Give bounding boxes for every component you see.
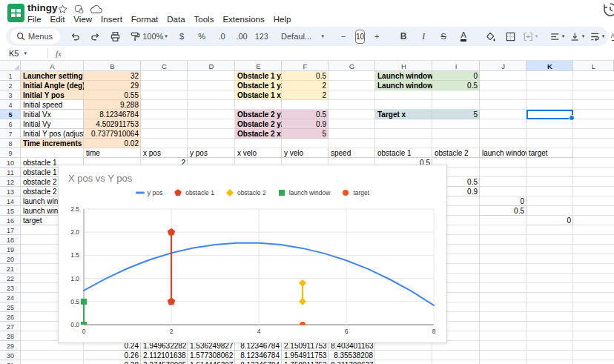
column-header-A[interactable]: A	[21, 61, 84, 71]
row-header-17[interactable]: 17	[0, 225, 21, 235]
cell-B6[interactable]: 4.502911753	[84, 119, 141, 129]
cell-A1[interactable]: Launcher setting	[21, 71, 84, 81]
zoom-control[interactable]: 100%▾	[145, 28, 165, 44]
cell-F3[interactable]: 2	[282, 90, 329, 100]
fill-handle[interactable]	[569, 115, 575, 121]
cell-G31[interactable]: 8.311708627	[329, 360, 375, 364]
cell-B4[interactable]: 9.288	[84, 100, 141, 110]
cell-F5[interactable]: 0.5	[282, 110, 329, 119]
column-header-J[interactable]: J	[480, 61, 526, 71]
cell-E5[interactable]: Obstacle 2 y1	[235, 110, 282, 119]
italic-button[interactable]: I	[414, 28, 433, 44]
cell-A8[interactable]: Time increments	[21, 139, 84, 148]
menu-item-edit[interactable]: Edit	[46, 13, 70, 25]
menu-item-format[interactable]: Format	[127, 13, 162, 25]
text-rotation-button[interactable]: A ▾	[607, 28, 614, 44]
cell-B2[interactable]: 29	[84, 81, 141, 90]
cell-F7[interactable]: 5	[282, 129, 329, 139]
cell-I2[interactable]: 0.5	[432, 81, 480, 90]
print-button[interactable]	[105, 28, 125, 44]
cell-E1[interactable]: Obstacle 1 y1	[235, 71, 282, 81]
menus-search-button[interactable]: Menus	[10, 29, 60, 44]
embedded-chart[interactable]: X pos vs Y pos y posobstacle 1obstacle 2…	[58, 165, 447, 343]
cell-B7[interactable]: 0.7377910064	[84, 129, 141, 139]
column-header-B[interactable]: B	[84, 61, 141, 71]
row-header-8[interactable]: 8	[0, 139, 21, 148]
paint-format-button[interactable]	[125, 28, 145, 44]
column-header-I[interactable]: I	[432, 61, 480, 71]
cell-A6[interactable]: Initial Vy	[21, 119, 84, 129]
cell-D31[interactable]: 1.614446297	[188, 360, 235, 364]
cell-J14[interactable]: 0	[480, 196, 526, 206]
column-header-F[interactable]: F	[282, 61, 329, 71]
row-header-10[interactable]: 10	[0, 158, 21, 168]
column-header-D[interactable]: D	[188, 61, 235, 71]
text-wrap-button[interactable]: ▾	[587, 28, 607, 44]
cell-C30[interactable]: 2.112101638	[141, 351, 188, 360]
row-header-11[interactable]: 11	[0, 168, 21, 177]
fill-color-button[interactable]	[481, 28, 500, 44]
cell-G30[interactable]: 8.35538208	[329, 351, 375, 360]
cell-E6[interactable]: Obstacle 2 y2	[235, 119, 282, 129]
cell-H2[interactable]: Launch window y2	[375, 81, 432, 90]
row-header-3[interactable]: 3	[0, 90, 21, 100]
cell-E9[interactable]: x velo	[235, 148, 282, 158]
cell-F6[interactable]: 0.9	[282, 119, 329, 129]
row-header-23[interactable]: 23	[0, 283, 21, 293]
row-header-29[interactable]: 29	[0, 341, 21, 351]
merge-cells-button[interactable]: ▾	[521, 28, 540, 44]
row-header-15[interactable]: 15	[0, 206, 21, 216]
cell-B1[interactable]: 32	[84, 71, 141, 81]
cell-F9[interactable]: y velo	[282, 148, 329, 158]
cell-A4[interactable]: Initial speed	[21, 100, 84, 110]
menu-item-data[interactable]: Data	[162, 13, 189, 25]
menu-item-view[interactable]: View	[69, 13, 96, 25]
row-header-4[interactable]: 4	[0, 100, 21, 110]
select-all-corner[interactable]	[0, 61, 21, 71]
cell-I1[interactable]: 0	[432, 71, 480, 81]
cell-B8[interactable]: 0.02	[84, 139, 141, 148]
row-header-12[interactable]: 12	[0, 177, 21, 187]
cell-B30[interactable]: 0.26	[84, 351, 141, 360]
cell-F31[interactable]: 1.758911753	[282, 360, 329, 364]
cell-I5[interactable]: 5	[432, 110, 480, 119]
cell-A3[interactable]: Initial Y pos	[21, 90, 84, 100]
cell-C31[interactable]: 2.274570995	[141, 360, 188, 364]
column-header-L[interactable]: L	[573, 61, 614, 71]
number-format-button[interactable]: 123	[252, 28, 271, 44]
row-header-26[interactable]: 26	[0, 312, 21, 322]
column-header-E[interactable]: E	[235, 61, 282, 71]
row-header-5[interactable]: 5	[0, 110, 21, 119]
cell-E7[interactable]: Obstacle 2 x	[235, 129, 282, 139]
borders-button[interactable]	[501, 28, 520, 44]
decrease-font-size-button[interactable]: −	[334, 28, 353, 44]
row-header-19[interactable]: 19	[0, 245, 21, 254]
format-currency-button[interactable]: $	[172, 28, 191, 44]
version-history-icon[interactable]	[602, 1, 614, 18]
cell-B3[interactable]: 0.55	[84, 90, 141, 100]
row-header-18[interactable]: 18	[0, 235, 21, 245]
column-header-K[interactable]: K	[526, 61, 573, 71]
column-header-G[interactable]: G	[329, 61, 375, 71]
row-header-14[interactable]: 14	[0, 196, 21, 206]
row-header-30[interactable]: 30	[0, 351, 21, 360]
cell-H1[interactable]: Launch window y1	[375, 71, 432, 81]
bold-button[interactable]: B	[394, 28, 413, 44]
row-header-9[interactable]: 9	[0, 148, 21, 158]
row-header-21[interactable]: 21	[0, 264, 21, 274]
cell-E30[interactable]: 8.12346784	[235, 351, 282, 360]
name-box[interactable]: K5 ▾	[0, 49, 47, 58]
cell-B9[interactable]: time	[84, 148, 141, 158]
row-header-2[interactable]: 2	[0, 81, 21, 90]
row-header-1[interactable]: 1	[0, 71, 21, 81]
cell-A5[interactable]: Initial Vx	[21, 110, 84, 119]
document-title[interactable]: thingy	[27, 2, 58, 13]
redo-button[interactable]	[85, 28, 105, 44]
increase-decimal-button[interactable]: .00	[232, 28, 251, 44]
menu-item-help[interactable]: Help	[269, 13, 296, 25]
row-header-25[interactable]: 25	[0, 302, 21, 312]
cell-K16[interactable]: 0	[526, 216, 573, 225]
menu-item-tools[interactable]: Tools	[190, 13, 219, 25]
row-header-7[interactable]: 7	[0, 129, 21, 139]
cell-E31[interactable]: 8.12346784	[235, 360, 282, 364]
